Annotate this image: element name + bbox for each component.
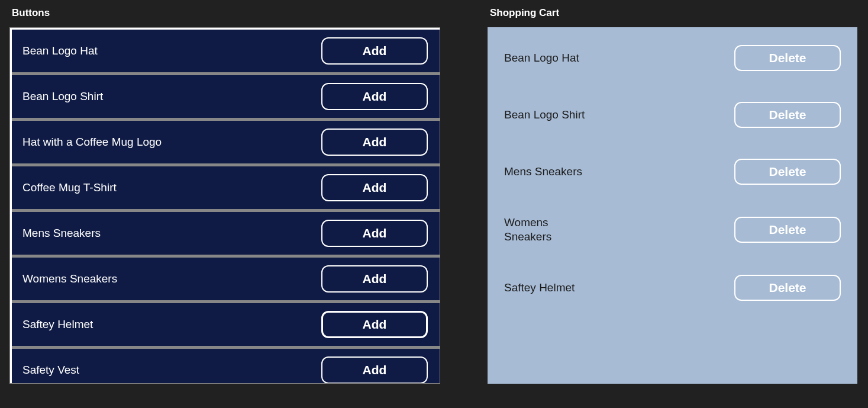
product-row: Mens SneakersAdd xyxy=(12,212,440,255)
product-row: Bean Logo HatAdd xyxy=(12,30,440,72)
add-button[interactable]: Add xyxy=(321,265,428,293)
cart-row: Mens SneakersDelete xyxy=(504,159,841,185)
cart-row: Bean Logo ShirtDelete xyxy=(504,102,841,128)
product-row: Safety VestAdd xyxy=(12,349,440,384)
product-label: Bean Logo Hat xyxy=(22,44,98,57)
cart-item-label: Mens Sneakers xyxy=(504,165,582,179)
cart-row: Saftey HelmetDelete xyxy=(504,275,841,301)
cart-body: Bean Logo HatDeleteBean Logo ShirtDelete… xyxy=(488,27,857,384)
product-row: Hat with a Coffee Mug LogoAdd xyxy=(12,121,440,163)
add-button[interactable]: Add xyxy=(321,311,428,338)
buttons-scroll-area[interactable]: Bean Logo HatAddBean Logo ShirtAddHat wi… xyxy=(9,27,440,384)
cart-row: Bean Logo HatDelete xyxy=(504,45,841,71)
buttons-panel-title: Buttons xyxy=(9,7,440,19)
buttons-panel: Buttons Bean Logo HatAddBean Logo ShirtA… xyxy=(9,7,440,384)
product-row: Coffee Mug T-ShirtAdd xyxy=(12,166,440,209)
add-button[interactable]: Add xyxy=(321,83,428,110)
product-label: Mens Sneakers xyxy=(22,227,101,240)
product-label: Saftey Helmet xyxy=(22,318,93,331)
delete-button[interactable]: Delete xyxy=(734,102,841,128)
product-row: Saftey HelmetAdd xyxy=(12,303,440,346)
cart-panel: Shopping Cart Bean Logo HatDeleteBean Lo… xyxy=(488,7,857,384)
cart-item-label: Womens Sneakers xyxy=(504,216,593,244)
product-label: Hat with a Coffee Mug Logo xyxy=(22,136,162,149)
delete-button[interactable]: Delete xyxy=(734,159,841,185)
product-label: Safety Vest xyxy=(22,364,79,377)
cart-row: Womens SneakersDelete xyxy=(504,216,841,244)
add-button[interactable]: Add xyxy=(321,356,428,384)
delete-button[interactable]: Delete xyxy=(734,45,841,71)
product-row: Bean Logo ShirtAdd xyxy=(12,75,440,118)
product-label: Coffee Mug T-Shirt xyxy=(22,181,117,194)
cart-item-label: Bean Logo Shirt xyxy=(504,108,585,122)
cart-panel-title: Shopping Cart xyxy=(488,7,857,19)
cart-item-label: Bean Logo Hat xyxy=(504,51,579,65)
add-button[interactable]: Add xyxy=(321,174,428,201)
product-label: Bean Logo Shirt xyxy=(22,90,103,103)
add-button[interactable]: Add xyxy=(321,128,428,156)
delete-button[interactable]: Delete xyxy=(734,217,841,243)
add-button[interactable]: Add xyxy=(321,220,428,247)
add-button[interactable]: Add xyxy=(321,37,428,65)
delete-button[interactable]: Delete xyxy=(734,275,841,301)
product-label: Womens Sneakers xyxy=(22,272,117,285)
product-row: Womens SneakersAdd xyxy=(12,258,440,300)
cart-item-label: Saftey Helmet xyxy=(504,281,575,295)
